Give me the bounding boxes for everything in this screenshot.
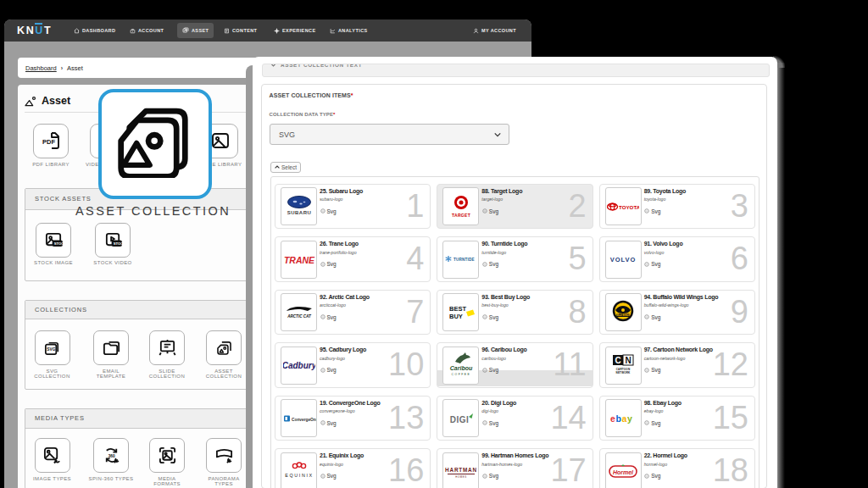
svg-text:b: b <box>616 413 621 424</box>
svg-text:Hormel: Hormel <box>613 469 634 475</box>
svg-text:STOCK: STOCK <box>113 241 122 246</box>
svg-text:360: 360 <box>108 453 114 458</box>
svg-text:BUY: BUY <box>449 312 463 319</box>
svg-text:WILD WINGS: WILD WINGS <box>616 313 630 317</box>
svg-text:COFFEE: COFFEE <box>451 373 470 376</box>
svg-text:TURNTIDE: TURNTIDE <box>453 258 475 262</box>
svg-text:VOLVO: VOLVO <box>610 256 637 263</box>
svg-text:TOYOTA: TOYOTA <box>619 203 639 209</box>
svg-text:SVG: SVG <box>47 347 55 352</box>
svg-text:N: N <box>626 356 632 365</box>
svg-text:y: y <box>627 413 632 424</box>
svg-text:Caribou: Caribou <box>450 365 473 371</box>
svg-text:HOMES: HOMES <box>455 475 466 479</box>
svg-text:ConvergeOne: ConvergeOne <box>292 417 316 421</box>
svg-text:C: C <box>615 356 621 365</box>
svg-text:EQUINIX: EQUINIX <box>285 473 313 478</box>
svg-text:e: e <box>610 413 615 424</box>
svg-text:HARTMAN: HARTMAN <box>445 467 477 473</box>
svg-text:PDF: PDF <box>42 138 55 146</box>
svg-text:TARGET: TARGET <box>452 213 470 218</box>
svg-text:ARCTIC CAT: ARCTIC CAT <box>287 313 312 318</box>
svg-text:DIGI: DIGI <box>450 415 470 424</box>
svg-text:Cadbury: Cadbury <box>283 361 315 370</box>
svg-text:NETWORK: NETWORK <box>616 371 632 374</box>
svg-text:a: a <box>622 413 627 424</box>
svg-text:TRANE: TRANE <box>283 255 314 265</box>
svg-text:STOCK: STOCK <box>53 241 63 246</box>
svg-text:SUBARU: SUBARU <box>287 210 311 215</box>
